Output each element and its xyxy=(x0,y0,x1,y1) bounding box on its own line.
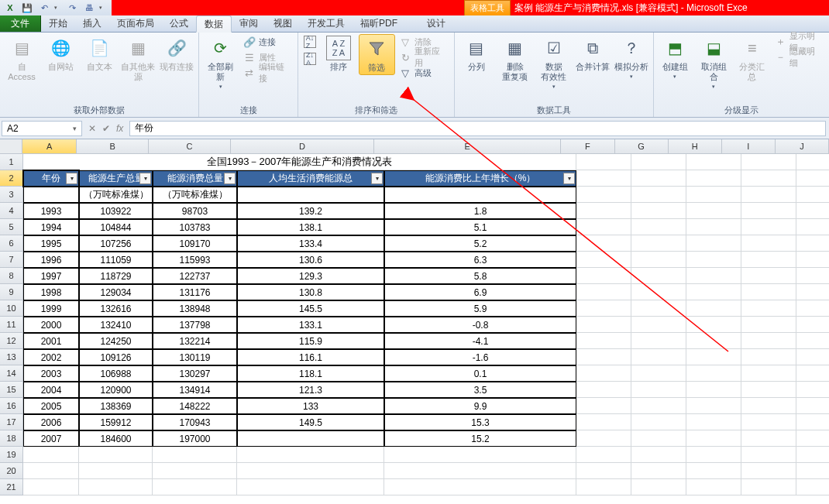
btn-filter[interactable]: 筛选 xyxy=(359,34,396,75)
cell[interactable]: 197000 xyxy=(153,430,237,447)
cell[interactable]: 129034 xyxy=(79,284,153,300)
qat-undo-dd[interactable]: ▾ xyxy=(54,5,62,11)
cell[interactable] xyxy=(686,382,741,398)
cell[interactable] xyxy=(631,203,686,219)
cell[interactable]: 能源生产总量▾ xyxy=(79,170,153,187)
cell[interactable]: 133 xyxy=(237,398,384,414)
cell[interactable]: 年份▾ xyxy=(23,170,79,187)
cell[interactable]: 104844 xyxy=(79,219,153,235)
row-12[interactable]: 12 xyxy=(0,333,23,349)
row-17[interactable]: 17 xyxy=(0,414,23,430)
tab-formulas[interactable]: 公式 xyxy=(162,15,196,32)
filter-dropdown[interactable]: ▾ xyxy=(224,173,236,184)
cell[interactable] xyxy=(79,463,153,479)
cell[interactable] xyxy=(796,252,829,268)
cell[interactable]: 133.1 xyxy=(237,317,384,333)
cell[interactable] xyxy=(23,447,79,463)
cell[interactable] xyxy=(796,170,829,187)
btn-edit-links[interactable]: ⇄编辑链接 xyxy=(241,65,294,81)
cell[interactable] xyxy=(796,414,829,430)
row-9[interactable]: 9 xyxy=(0,284,23,300)
btn-hide-detail[interactable]: －隐藏明细 xyxy=(772,50,826,65)
col-J[interactable]: J xyxy=(776,139,829,153)
cell[interactable]: 129.3 xyxy=(237,268,384,284)
cell[interactable] xyxy=(631,349,686,365)
btn-sort-za[interactable]: Z↓A xyxy=(301,51,318,67)
cell[interactable]: 121.3 xyxy=(237,382,384,398)
cell[interactable] xyxy=(796,447,829,463)
cell[interactable]: 6.3 xyxy=(384,252,576,268)
row-11[interactable]: 11 xyxy=(0,317,23,333)
col-E[interactable]: E xyxy=(374,139,561,153)
tab-layout[interactable]: 页面布局 xyxy=(109,15,162,32)
col-A[interactable]: A xyxy=(22,139,77,153)
row-6[interactable]: 6 xyxy=(0,235,23,252)
cell[interactable]: 1998 xyxy=(23,284,79,300)
cell[interactable]: 138948 xyxy=(153,300,237,317)
cell[interactable]: 103922 xyxy=(79,203,153,219)
cell[interactable] xyxy=(631,252,686,268)
cell[interactable] xyxy=(796,398,829,414)
cell[interactable]: 人均生活消费能源总▾ xyxy=(237,170,384,187)
btn-advanced[interactable]: ▽高级 xyxy=(397,65,450,81)
cell[interactable]: 139.2 xyxy=(237,203,384,219)
cell[interactable]: 5.1 xyxy=(384,219,576,235)
col-D[interactable]: D xyxy=(231,139,374,153)
btn-consolidate[interactable]: ⧉合并计算 xyxy=(574,34,611,74)
cell[interactable]: （万吨标准煤） xyxy=(79,187,153,203)
cell[interactable]: 109126 xyxy=(79,349,153,365)
cell[interactable]: 2003 xyxy=(23,365,79,382)
cell[interactable]: 5.2 xyxy=(384,235,576,252)
cell[interactable] xyxy=(576,349,631,365)
qat-redo-icon[interactable]: ↷ xyxy=(65,2,79,14)
filter-dropdown[interactable]: ▾ xyxy=(66,173,77,184)
qat-save-icon[interactable]: 💾 xyxy=(20,2,34,14)
cell[interactable] xyxy=(686,479,741,495)
name-box[interactable]: A2▾ xyxy=(2,121,82,136)
cell[interactable] xyxy=(576,414,631,430)
cell[interactable] xyxy=(631,365,686,382)
cell[interactable]: 124250 xyxy=(79,333,153,349)
cell[interactable] xyxy=(631,317,686,333)
cell[interactable]: 2001 xyxy=(23,333,79,349)
cell[interactable] xyxy=(576,479,631,495)
cell[interactable]: 5.8 xyxy=(384,268,576,284)
cell[interactable]: 132616 xyxy=(79,300,153,317)
tab-home[interactable]: 开始 xyxy=(41,15,75,32)
cell[interactable] xyxy=(741,219,796,235)
cell[interactable] xyxy=(631,235,686,252)
cell[interactable]: 2007 xyxy=(23,430,79,447)
select-all-corner[interactable] xyxy=(0,139,22,153)
cell[interactable] xyxy=(576,463,631,479)
cell[interactable]: 132214 xyxy=(153,333,237,349)
row-8[interactable]: 8 xyxy=(0,268,23,284)
cell[interactable] xyxy=(796,219,829,235)
btn-data-validate[interactable]: ☑数据 有效性▾ xyxy=(535,34,573,91)
cell[interactable] xyxy=(741,235,796,252)
btn-whatif[interactable]: ？模拟分析▾ xyxy=(613,34,650,81)
cell[interactable]: 15.3 xyxy=(384,414,576,430)
cell[interactable]: 98703 xyxy=(153,203,237,219)
cell[interactable] xyxy=(796,268,829,284)
cell[interactable]: 1995 xyxy=(23,235,79,252)
cell[interactable] xyxy=(741,333,796,349)
cell[interactable] xyxy=(576,398,631,414)
btn-reapply[interactable]: ↻重新应用 xyxy=(397,50,450,65)
cell[interactable]: 159912 xyxy=(79,414,153,430)
cell[interactable] xyxy=(686,154,741,170)
cell[interactable] xyxy=(631,219,686,235)
cell[interactable] xyxy=(741,382,796,398)
cell[interactable] xyxy=(686,365,741,382)
cell[interactable] xyxy=(576,300,631,317)
cell[interactable] xyxy=(237,479,384,495)
cell[interactable]: 170943 xyxy=(153,414,237,430)
row-13[interactable]: 13 xyxy=(0,349,23,365)
cell[interactable] xyxy=(576,170,631,187)
col-C[interactable]: C xyxy=(149,139,231,153)
tab-design[interactable]: 设计 xyxy=(419,15,453,32)
cell[interactable]: 132410 xyxy=(79,317,153,333)
cell[interactable] xyxy=(741,398,796,414)
cell[interactable]: 能源消费总量▾ xyxy=(153,170,237,187)
btn-connections[interactable]: 🔗连接 xyxy=(241,34,294,50)
cell[interactable] xyxy=(796,479,829,495)
